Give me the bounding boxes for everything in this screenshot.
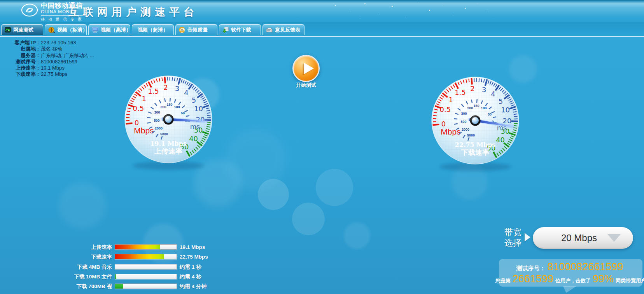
svg-text:4: 4 (184, 89, 188, 97)
svg-text:1.5: 1.5 (148, 87, 159, 95)
stats-bubble: 测试序号： 8100082661599 您是第 2661599 位用户，击败了 … (499, 259, 642, 287)
client-ip-value: 223.73.105.163 (39, 40, 76, 46)
info-row-client-ip: 客户端 IP : 223.73.105.163 (3, 40, 94, 46)
stats-serial-line: 测试序号： 8100082661599 (516, 261, 625, 273)
download-speed-gauge: 00.511.523451020304050Mbps05010015020030… (427, 73, 524, 176)
svg-text:50: 50 (181, 111, 185, 115)
svg-text:100: 100 (174, 105, 180, 109)
svg-text:40: 40 (496, 136, 505, 144)
tab-bar: 网速测试 视频（标清） 视频（高清） 视频（超清） 音频质量 软件下载 意见反馈… (0, 22, 644, 37)
info-row-location: 归属地 : 茂名 移动 (3, 46, 94, 52)
tab-video-uhd[interactable]: 视频（超清） (132, 24, 174, 35)
svg-text:200: 200 (467, 106, 473, 110)
svg-text:2000: 2000 (462, 128, 469, 131)
stats-rank-number: 2661599 (511, 273, 555, 285)
svg-text:5: 5 (499, 97, 503, 105)
chevron-down-icon (607, 234, 621, 242)
stats-percent: 99% (591, 273, 616, 285)
tab-video-sd[interactable]: 视频（标清） (45, 24, 87, 35)
server-value: 广东移动, 广东移动2, ... (39, 52, 94, 59)
stats-rank-line: 您是第 2661599 位用户，击败了 99% 同类带宽用户 (495, 273, 644, 285)
speedometer-icon (5, 27, 11, 33)
bandwidth-selected-value: 20 Mbps (561, 233, 597, 243)
svg-text:3: 3 (175, 84, 179, 93)
svg-text:200: 200 (160, 105, 166, 109)
svg-text:10: 10 (194, 105, 203, 113)
svg-text:100: 100 (481, 106, 486, 110)
svg-text:50: 50 (488, 112, 492, 116)
header: 中国移动通信 CHINA MOBILE 移动通信专家 互联网用户测速平台 (0, 0, 644, 22)
start-test-label: 开始测试 (290, 82, 322, 89)
svg-text:0: 0 (135, 119, 139, 127)
tab-video-hd[interactable]: 视频（高清） (88, 24, 130, 35)
client-info-panel: 客户端 IP : 223.73.105.163 归属地 : 茂名 移动 服务器 … (3, 40, 94, 78)
tab-software-download[interactable]: 软件下载 (219, 24, 261, 35)
start-test-button[interactable] (292, 55, 320, 82)
info-row-upload-speed: 上传速率 : 19.1 Mbps (3, 65, 94, 71)
svg-text:4: 4 (491, 90, 495, 98)
location-value: 茂名 移动 (39, 46, 63, 52)
svg-text:5000: 5000 (467, 133, 475, 137)
svg-text:10: 10 (501, 106, 510, 114)
svg-text:下载速率: 下载速率 (461, 149, 489, 156)
info-row-server: 服务器 : 广东移动, 广东移动2, ... (3, 52, 94, 59)
bandwidth-arrow-icon (525, 233, 530, 242)
speedtest-page: 中国移动通信 CHINA MOBILE 移动通信专家 互联网用户测速平台 网速测… (0, 0, 644, 294)
svg-text:ms: ms (190, 122, 200, 131)
svg-text:150: 150 (166, 103, 172, 107)
tab-audio-quality[interactable]: 音频质量 (175, 24, 217, 35)
svg-text:2: 2 (470, 84, 474, 93)
svg-text:2: 2 (163, 83, 168, 91)
film-reel-icon (48, 27, 55, 33)
tab-feedback-form[interactable]: 意见反馈表 (262, 24, 304, 35)
svg-text:0: 0 (441, 120, 446, 128)
page-title: 互联网用户测速平台 (68, 5, 198, 19)
upload-speed-value: 19.1 Mbps (39, 65, 65, 71)
svg-text:1.5: 1.5 (455, 88, 466, 96)
info-row-download-speed: 下载速率 : 22.75 Mbps (3, 71, 94, 77)
stats-serial-number: 8100082661599 (545, 261, 625, 273)
play-icon (304, 63, 314, 74)
svg-text:5000: 5000 (160, 132, 168, 136)
download-icon (222, 27, 229, 33)
music-progress-bar (115, 264, 177, 270)
svg-text:3: 3 (482, 86, 486, 94)
svg-text:2000: 2000 (155, 126, 163, 130)
china-mobile-logo-icon (21, 3, 38, 19)
svg-text:1: 1 (448, 96, 453, 104)
download-progress-bar (115, 254, 177, 259)
audio-disc-icon (179, 27, 185, 33)
svg-text:1: 1 (142, 94, 146, 103)
svg-text:5: 5 (192, 96, 196, 104)
monitor-icon (92, 27, 98, 33)
header-sparkles (0, 0, 0, 0)
svg-text:300: 300 (154, 110, 160, 114)
svg-text:22.75 Mbps: 22.75 Mbps (455, 141, 496, 149)
upload-progress-bar (115, 244, 177, 250)
info-row-test-serial: 测试序号 : 8100082661599 (3, 59, 94, 65)
bandwidth-dropdown[interactable]: 20 Mbps (533, 227, 633, 249)
svg-text:上传速率: 上传速率 (154, 147, 182, 155)
svg-text:150: 150 (473, 104, 479, 108)
bandwidth-select-label: 带宽 选择 (504, 227, 522, 248)
svg-text:40: 40 (189, 135, 198, 143)
file-progress-bar (115, 274, 177, 279)
upload-speed-gauge: 00.511.523451020304050Mbps05010015020030… (120, 72, 217, 175)
download-speed-value: 22.75 Mbps (39, 71, 67, 77)
svg-text:0.5: 0.5 (133, 104, 144, 112)
video-progress-bar (115, 284, 177, 289)
svg-text:500: 500 (460, 120, 466, 124)
svg-text:19.1 Mbps: 19.1 Mbps (150, 140, 187, 147)
tab-speed-test[interactable]: 网速测试 (1, 24, 43, 35)
test-serial-value: 8100082661599 (39, 59, 77, 65)
fax-icon (266, 27, 273, 33)
svg-text:500: 500 (154, 119, 159, 122)
stats-bubble-tail (563, 286, 576, 293)
svg-text:300: 300 (461, 112, 467, 116)
svg-text:0.5: 0.5 (440, 105, 451, 114)
